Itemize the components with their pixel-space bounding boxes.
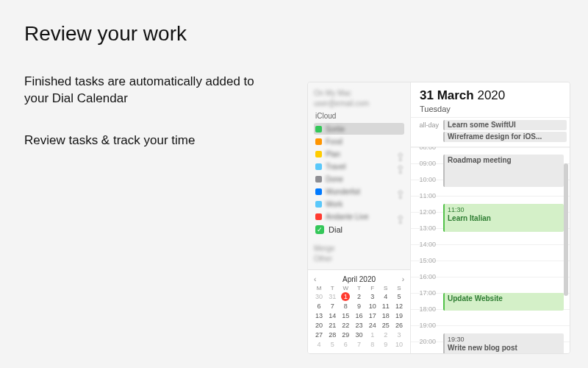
- hour-label: 20:00: [411, 338, 440, 345]
- mini-day[interactable]: 6: [312, 302, 326, 311]
- sidebar-item-label: Sortie: [326, 125, 345, 133]
- mini-day[interactable]: 12: [392, 302, 406, 311]
- hour-label: 12:00: [411, 208, 440, 216]
- mini-day[interactable]: 24: [366, 321, 379, 330]
- sidebar-item-label: Wunderlist: [326, 188, 360, 196]
- hour-label: 19:00: [411, 322, 440, 329]
- sidebar-item[interactable]: Andante Live⇪: [314, 210, 404, 222]
- mini-day[interactable]: 20: [312, 321, 326, 330]
- mini-day[interactable]: 1: [339, 292, 352, 301]
- mini-day[interactable]: 6: [339, 340, 352, 349]
- scrollbar[interactable]: [564, 163, 568, 296]
- mini-day[interactable]: 15: [339, 311, 352, 320]
- calendar-event[interactable]: Update Website: [443, 293, 564, 311]
- mini-calendar-title: April 2020: [343, 275, 376, 283]
- event-title: Roadmap meeting: [448, 156, 561, 165]
- sidebar-item-label: Work: [326, 200, 343, 208]
- mini-day[interactable]: 29: [339, 330, 352, 339]
- share-icon: ⇪: [395, 163, 403, 170]
- next-month-button[interactable]: ›: [402, 275, 404, 283]
- calendar-event[interactable]: Roadmap meeting: [443, 155, 564, 187]
- mini-day[interactable]: 18: [379, 311, 392, 320]
- calendar-event[interactable]: 19:30Write new blog post: [443, 333, 564, 353]
- mini-day[interactable]: 17: [366, 311, 379, 320]
- mini-day[interactable]: 22: [339, 321, 352, 330]
- mini-day[interactable]: 5: [392, 292, 406, 301]
- prev-month-button[interactable]: ‹: [314, 275, 316, 283]
- sidebar-blur-1: Merge: [314, 244, 404, 252]
- share-icon: ⇪: [395, 213, 403, 220]
- sidebar-item[interactable]: Food: [314, 135, 404, 147]
- allday-event[interactable]: Wireframe design for iOS...: [443, 132, 567, 142]
- hour-label: 16:00: [411, 273, 440, 280]
- day-date: 31 March 2020: [420, 88, 562, 103]
- sidebar-item[interactable]: Sortie: [314, 123, 404, 135]
- event-title: Update Website: [448, 294, 561, 303]
- mini-day[interactable]: 7: [352, 340, 365, 349]
- mini-day[interactable]: 3: [392, 330, 406, 339]
- mini-dow: S: [379, 285, 392, 291]
- mini-day[interactable]: 21: [326, 321, 339, 330]
- color-dot-icon: [315, 138, 322, 145]
- mini-day[interactable]: 16: [352, 311, 365, 320]
- mini-day[interactable]: 7: [326, 302, 339, 311]
- mini-day[interactable]: 9: [379, 340, 392, 349]
- mini-day[interactable]: 30: [312, 292, 326, 301]
- mini-day[interactable]: 25: [379, 321, 392, 330]
- mini-day[interactable]: 28: [326, 330, 339, 339]
- mini-day[interactable]: 5: [326, 340, 339, 349]
- sidebar-item-label: Travel: [326, 163, 345, 171]
- sidebar-item[interactable]: Plan⇪: [314, 148, 404, 160]
- color-dot-icon: [315, 151, 322, 158]
- allday-label: all-day: [414, 120, 443, 129]
- color-dot-icon: [315, 176, 322, 183]
- mini-day[interactable]: 23: [352, 321, 365, 330]
- time-grid[interactable]: 08:0009:0010:0011:0012:0013:0014:0015:00…: [411, 147, 570, 353]
- mini-calendar[interactable]: ‹ April 2020 › MTWTFSS303112345678910111…: [308, 269, 410, 353]
- day-view: 31 March 2020 Tuesday all-day Learn some…: [411, 82, 570, 353]
- mini-dow: T: [352, 285, 365, 291]
- mini-day[interactable]: 13: [312, 311, 326, 320]
- hour-label: 17:00: [411, 289, 440, 297]
- mini-dow: T: [326, 285, 339, 291]
- mini-day[interactable]: 10: [392, 340, 406, 349]
- caption-1: Finished tasks are automatically added t…: [24, 74, 267, 107]
- checkbox-checked-icon[interactable]: ✓: [315, 225, 324, 234]
- sidebar-icloud-label: iCloud: [315, 112, 404, 120]
- event-title: Learn Italian: [448, 214, 561, 223]
- mini-day[interactable]: 26: [392, 321, 406, 330]
- sidebar-item[interactable]: Done: [314, 173, 404, 185]
- mini-day[interactable]: 3: [366, 292, 379, 301]
- day-of-week: Tuesday: [420, 105, 562, 113]
- mini-day[interactable]: 2: [352, 292, 365, 301]
- mini-day[interactable]: 4: [379, 292, 392, 301]
- mini-day[interactable]: 4: [312, 340, 326, 349]
- mini-dow: S: [392, 285, 406, 291]
- mini-day[interactable]: 8: [339, 302, 352, 311]
- mini-day[interactable]: 14: [326, 311, 339, 320]
- allday-event[interactable]: Learn some SwiftUI: [443, 120, 567, 130]
- color-dot-icon: [315, 126, 322, 132]
- mini-day[interactable]: 10: [366, 302, 379, 311]
- sidebar-onmymac-label: On My Mac: [314, 89, 404, 97]
- sidebar-item-dial[interactable]: ✓ Dial: [314, 223, 404, 236]
- mini-day[interactable]: 1: [366, 330, 379, 339]
- color-dot-icon: [315, 213, 322, 220]
- mini-day[interactable]: 9: [352, 302, 365, 311]
- sidebar-item[interactable]: Wunderlist⇪: [314, 185, 404, 197]
- mini-day[interactable]: 19: [392, 311, 406, 320]
- sidebar-account-blur: user@email.com: [314, 99, 404, 107]
- sidebar: On My Mac user@email.com iCloud SortieFo…: [308, 82, 411, 353]
- mini-day[interactable]: 11: [379, 302, 392, 311]
- sidebar-item[interactable]: Travel⇪: [314, 160, 404, 172]
- mini-day[interactable]: 31: [326, 292, 339, 301]
- mini-dow: W: [339, 285, 352, 291]
- page-title: Review your work: [24, 22, 588, 46]
- mini-day[interactable]: 27: [312, 330, 326, 339]
- mini-day[interactable]: 30: [352, 330, 365, 339]
- event-title: Write new blog post: [448, 344, 561, 353]
- mini-day[interactable]: 2: [379, 330, 392, 339]
- calendar-event[interactable]: 11:30Learn Italian: [443, 204, 564, 232]
- mini-day[interactable]: 8: [366, 340, 379, 349]
- sidebar-item[interactable]: Work: [314, 198, 404, 210]
